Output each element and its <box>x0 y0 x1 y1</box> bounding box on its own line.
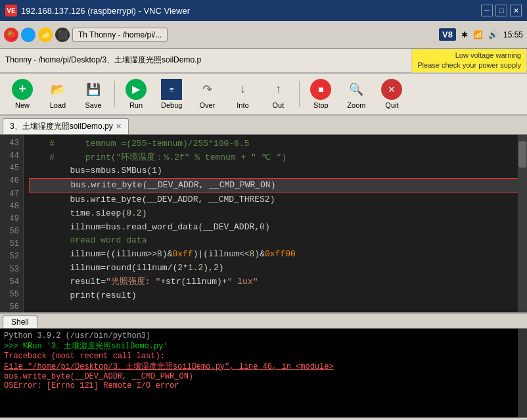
shell-scrollbar[interactable] <box>518 329 527 417</box>
load-button[interactable]: 📂 Load <box>41 76 75 112</box>
shell-line-2: >>> %Run '3、土壤湿度光照soilDemo.py' <box>4 340 523 352</box>
taskbar-folder-icon[interactable]: 📁 <box>38 28 53 42</box>
toolbar: + New 📂 Load 💾 Save ▶ Run ≡ Debug ↷ Over… <box>0 74 527 116</box>
code-line-45: bus=smbus.SMBus(1) <box>29 164 522 178</box>
code-line-50: #read word data <box>29 234 522 248</box>
into-label: Into <box>237 101 248 109</box>
shell-content[interactable]: Python 3.9.2 (/usr/bin/python3) >>> %Run… <box>0 329 527 417</box>
quit-icon: ✕ <box>381 79 402 100</box>
out-label: Out <box>273 101 285 109</box>
debug-label: Debug <box>161 101 182 109</box>
maximize-button[interactable]: □ <box>495 5 507 16</box>
taskbar-raspberry-icon[interactable]: 🍓 <box>4 28 18 42</box>
save-label: Save <box>85 101 101 109</box>
voltage-warning: Low voltage warning Please check your po… <box>411 49 527 73</box>
code-line-46: bus.write_byte(__DEV_ADDR, __CMD_PWR_ON) <box>29 178 522 193</box>
debug-button[interactable]: ≡ Debug <box>154 76 189 112</box>
into-button[interactable]: ↓ Into <box>225 76 260 112</box>
over-label: Over <box>200 101 216 109</box>
close-button[interactable]: ✕ <box>510 5 522 16</box>
file-tab-close-icon[interactable]: ✕ <box>116 122 122 131</box>
code-line-48: time.sleep(0.2) <box>29 207 522 221</box>
code-line-51: illnum=((illnum>>8)&0xff)|(illnum<<8)&0x… <box>29 248 522 262</box>
file-tabs: 3、土壤湿度光照soilDemo.py ✕ <box>0 116 527 135</box>
over-icon: ↷ <box>196 79 218 100</box>
quit-label: Quit <box>385 101 398 109</box>
breadcrumb-text: Thonny - /home/pi/Desktop/3、土壤湿度光照soilDe… <box>5 55 201 66</box>
stop-label: Stop <box>313 101 329 109</box>
shell-traceback: Traceback (most recent call last): <box>4 352 523 361</box>
code-line-52: illnum=round(illnum/(2*1.2),2) <box>29 262 522 275</box>
bluetooth-icon: ✱ <box>461 30 468 39</box>
taskbar-browser-icon[interactable]: 🌐 <box>21 28 35 42</box>
title-bar-left: VE 192.168.137.126 (raspberrypi) - VNC V… <box>5 5 190 16</box>
shell-tab-label: Shell <box>11 317 29 327</box>
shell-file-line: File "/home/pi/Desktop/3、土壤湿度光照soilDemo.… <box>4 361 523 372</box>
separator-2 <box>299 81 300 107</box>
stop-icon: ■ <box>310 79 331 100</box>
title-bar-controls: ─ □ ✕ <box>481 5 522 16</box>
stop-button[interactable]: ■ Stop <box>304 76 338 112</box>
run-button[interactable]: ▶ Run <box>119 76 153 112</box>
minimize-button[interactable]: ─ <box>481 5 493 16</box>
code-scrollbar-thumb <box>518 141 526 168</box>
code-lines: # temnum =(255-temnum)/255*100-6.5 # pri… <box>24 135 527 312</box>
run-icon: ▶ <box>126 79 147 100</box>
code-line-55 <box>29 302 522 312</box>
load-label: Load <box>50 101 66 109</box>
code-line-44: # print("环境温度：%.2f" % temnum + " ℃ ") <box>29 151 522 165</box>
out-icon: ↑ <box>267 79 288 100</box>
voltage-line2: Please check your power supply <box>417 60 521 70</box>
volume-icon: 🔊 <box>488 30 498 39</box>
code-area[interactable]: 43 44 45 46 47 48 49 50 51 52 53 54 55 5… <box>0 135 527 312</box>
zoom-button[interactable]: 🔍 Zoom <box>339 76 373 112</box>
status-bar: CSDN @周周ai <box>0 417 527 420</box>
voltage-line1: Low voltage warning <box>417 51 521 60</box>
taskbar: 🍓 🌐 📁 ⬛ Th Thonny - /home/pi/... V8 ✱ 📶 … <box>0 21 527 49</box>
code-line-47: bus.write_byte(__DEV_ADDR, __CMD_THRES2) <box>29 193 522 207</box>
v8-badge: V8 <box>439 28 456 41</box>
over-button[interactable]: ↷ Over <box>190 76 224 112</box>
code-scroll: 43 44 45 46 47 48 49 50 51 52 53 54 55 5… <box>0 135 527 312</box>
breadcrumb-bar: Thonny - /home/pi/Desktop/3、土壤湿度光照soilDe… <box>0 49 527 74</box>
line-numbers: 43 44 45 46 47 48 49 50 51 52 53 54 55 5… <box>0 135 24 312</box>
run-label: Run <box>129 101 143 109</box>
zoom-icon: 🔍 <box>346 79 367 100</box>
shell-tab-bar: Shell <box>0 314 527 329</box>
clock: 15:55 <box>503 30 523 39</box>
code-line-49: illnum=bus.read_word_data(__DEV_ADDR,0) <box>29 221 522 235</box>
shell-error-line: bus.write_byte(__DEV_ADDR, __CMD_PWR_ON) <box>4 372 523 381</box>
taskbar-thonny-item[interactable]: Th Thonny - /home/pi/... <box>72 28 168 42</box>
file-tab-label: 3、土壤湿度光照soilDemo.py <box>10 121 113 132</box>
new-button[interactable]: + New <box>5 76 39 112</box>
separator-1 <box>114 81 115 107</box>
shell-line-1: Python 3.9.2 (/usr/bin/python3) <box>4 331 523 340</box>
zoom-label: Zoom <box>347 101 365 109</box>
title-bar: VE 192.168.137.126 (raspberrypi) - VNC V… <box>0 0 527 21</box>
taskbar-thonny-label: Th Thonny - /home/pi/... <box>78 30 162 39</box>
new-icon: + <box>12 79 33 100</box>
quit-button[interactable]: ✕ Quit <box>375 76 409 112</box>
load-icon: 📂 <box>47 79 68 100</box>
breadcrumb: Thonny - /home/pi/Desktop/3、土壤湿度光照soilDe… <box>0 49 411 73</box>
taskbar-right: V8 ✱ 📶 🔊 15:55 <box>439 28 523 41</box>
code-line-54: print(result) <box>29 289 522 303</box>
code-line-53: result="光照强度: "+str(illnum)+" lux" <box>29 275 522 289</box>
new-label: New <box>15 101 30 109</box>
file-tab-soil[interactable]: 3、土壤湿度光照soilDemo.py ✕ <box>3 118 129 134</box>
code-scrollbar[interactable] <box>518 135 527 312</box>
taskbar-terminal-icon[interactable]: ⬛ <box>55 28 70 42</box>
code-line-43: # temnum =(255-temnum)/255*100-6.5 <box>29 137 522 151</box>
into-icon: ↓ <box>232 79 253 100</box>
app-icon: VE <box>5 5 17 16</box>
shell-tab[interactable]: Shell <box>3 315 37 328</box>
shell-section: Shell Python 3.9.2 (/usr/bin/python3) >>… <box>0 312 527 417</box>
debug-icon: ≡ <box>161 79 182 100</box>
window-title: 192.168.137.126 (raspberrypi) - VNC View… <box>21 6 190 16</box>
save-icon: 💾 <box>83 79 104 100</box>
out-button[interactable]: ↑ Out <box>261 76 295 112</box>
shell-oserror: OSError: [Errno 121] Remote I/O error <box>4 381 523 390</box>
wifi-icon: 📶 <box>473 30 483 39</box>
save-button[interactable]: 💾 Save <box>76 76 110 112</box>
